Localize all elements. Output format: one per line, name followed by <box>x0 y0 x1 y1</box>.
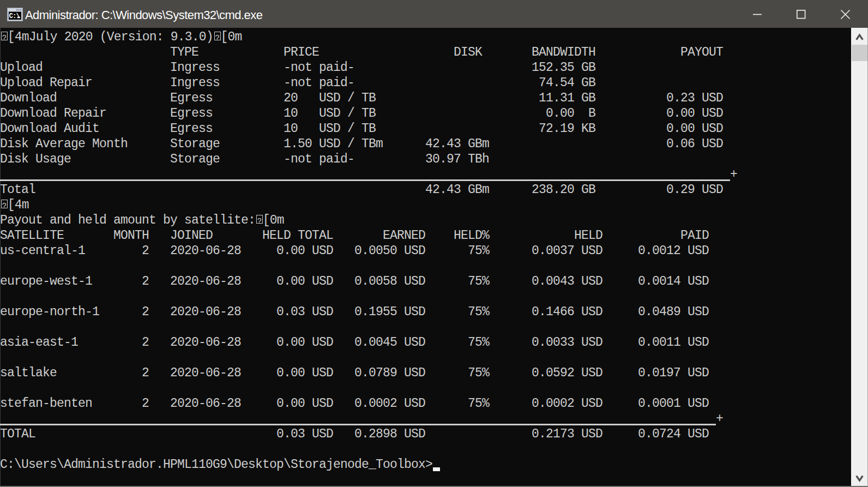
svg-text:C:\: C:\ <box>9 13 20 20</box>
